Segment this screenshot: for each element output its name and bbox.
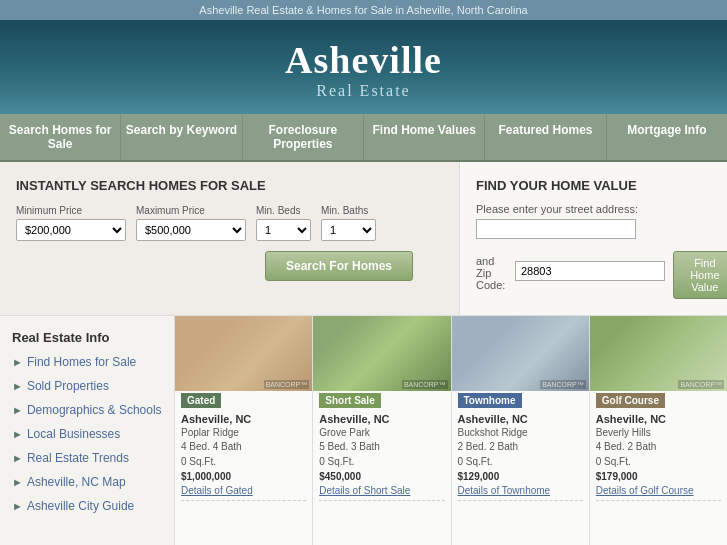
main-content: Instantly Search Homes For Sale Minimum … (0, 162, 727, 315)
listing-city-1: Asheville, NC (319, 413, 444, 425)
listing-desc-3: ~~Awesome And Beautiful Retro Gem Across (590, 539, 727, 545)
city-title: Asheville (0, 38, 727, 82)
zip-label: and Zip Code: (476, 255, 507, 291)
arrow-icon: ► (12, 356, 23, 368)
min-baths-label: Min. Baths (321, 205, 376, 216)
arrow-icon: ► (12, 476, 23, 488)
listing-details-0: 4 Bed. 4 Bath 0 Sq.Ft. (181, 439, 306, 469)
listing-badge-1: Short Sale (319, 393, 380, 408)
search-panel-title: Instantly Search Homes For Sale (16, 178, 443, 193)
top-banner: Asheville Real Estate & Homes for Sale i… (0, 0, 727, 20)
listing-info-2: Asheville, NC Buckshot Ridge 2 Bed. 2 Ba… (452, 408, 589, 539)
min-baths-select[interactable]: 1234 (321, 219, 376, 241)
sidebar-link-localbusinesses[interactable]: ►Local Businesses (12, 427, 162, 441)
listing-details-2: 2 Bed. 2 Bath 0 Sq.Ft. (458, 439, 583, 469)
listing-desc-2: Great End Unit Townhouse With (452, 539, 589, 545)
listing-card-2: BANCORP™ Townhome Asheville, NC Buckshot… (452, 316, 590, 545)
listing-image-2: BANCORP™ (452, 316, 589, 391)
address-label: Please enter your street address: (476, 203, 727, 215)
watermark-0: BANCORP™ (264, 380, 310, 389)
listing-card-3: BANCORP™ Golf Course Asheville, NC Bever… (590, 316, 727, 545)
min-beds-select[interactable]: 12345 (256, 219, 311, 241)
nav-item-mortgage-info[interactable]: Mortgage Info (607, 114, 727, 160)
find-value-button[interactable]: Find Home Value (673, 251, 727, 299)
listing-link-1[interactable]: Details of Short Sale (319, 485, 444, 501)
banner-text: Asheville Real Estate & Homes for Sale i… (199, 4, 527, 16)
sidebar-link-soldproperties[interactable]: ►Sold Properties (12, 379, 162, 393)
listing-link-3[interactable]: Details of Golf Course (596, 485, 721, 501)
min-beds-label: Min. Beds (256, 205, 311, 216)
listing-details-1: 5 Bed. 3 Bath 0 Sq.Ft. (319, 439, 444, 469)
listing-link-2[interactable]: Details of Townhome (458, 485, 583, 501)
listing-link-0[interactable]: Details of Gated (181, 485, 306, 501)
header: Asheville Real Estate (0, 20, 727, 114)
search-panel: Instantly Search Homes For Sale Minimum … (0, 162, 460, 315)
arrow-icon: ► (12, 380, 23, 392)
arrow-icon: ► (12, 404, 23, 416)
listing-details-3: 4 Bed. 2 Bath 0 Sq.Ft. (596, 439, 721, 469)
watermark-2: BANCORP™ (540, 380, 586, 389)
min-price-group: Minimum Price $200,000 $100,000 $300,000… (16, 205, 126, 241)
listing-neighborhood-2: Buckshot Ridge (458, 427, 583, 438)
site-subtitle: Real Estate (0, 82, 727, 100)
nav-item-foreclosure-properties[interactable]: Foreclosure Properties (243, 114, 364, 160)
listing-info-1: Asheville, NC Grove Park 5 Bed. 3 Bath 0… (313, 408, 450, 539)
main-nav: Search Homes for SaleSearch by KeywordFo… (0, 114, 727, 162)
listing-badge-2: Townhome (458, 393, 522, 408)
min-price-label: Minimum Price (16, 205, 126, 216)
listing-price-0: $1,000,000 (181, 471, 306, 482)
zip-input[interactable] (515, 261, 665, 281)
value-panel: Find Your Home Value Please enter your s… (460, 162, 727, 315)
listing-neighborhood-3: Beverly Hills (596, 427, 721, 438)
listing-badge-3: Golf Course (596, 393, 665, 408)
badge-row-0: Gated (175, 391, 312, 408)
max-price-label: Maximum Price (136, 205, 246, 216)
max-price-group: Maximum Price $500,000 $300,000 $600,000… (136, 205, 246, 241)
sidebar: Real Estate Info ►Find Homes for Sale►So… (0, 316, 175, 545)
listing-price-2: $129,000 (458, 471, 583, 482)
listing-image-1: BANCORP™ (313, 316, 450, 391)
arrow-icon: ► (12, 452, 23, 464)
zip-row: and Zip Code: Find Home Value (476, 251, 727, 299)
listing-info-0: Asheville, NC Poplar Ridge 4 Bed. 4 Bath… (175, 408, 312, 539)
listing-card-0: BANCORP™ Gated Asheville, NC Poplar Ridg… (175, 316, 313, 545)
search-homes-button[interactable]: Search For Homes (265, 251, 413, 281)
arrow-icon: ► (12, 428, 23, 440)
search-fields-row: Minimum Price $200,000 $100,000 $300,000… (16, 205, 443, 241)
listing-city-2: Asheville, NC (458, 413, 583, 425)
badge-row-2: Townhome (452, 391, 589, 408)
sidebar-link-findhomesforsale[interactable]: ►Find Homes for Sale (12, 355, 162, 369)
bottom-section: Real Estate Info ►Find Homes for Sale►So… (0, 315, 727, 545)
listing-desc-1: Grove Park 1918 Elegant Home With Raised (313, 539, 450, 545)
arrow-icon: ► (12, 500, 23, 512)
min-baths-group: Min. Baths 1234 (321, 205, 376, 241)
listing-info-3: Asheville, NC Beverly Hills 4 Bed. 2 Bat… (590, 408, 727, 539)
listing-card-1: BANCORP™ Short Sale Asheville, NC Grove … (313, 316, 451, 545)
min-beds-group: Min. Beds 12345 (256, 205, 311, 241)
nav-item-featured-homes[interactable]: Featured Homes (485, 114, 606, 160)
sidebar-link-ashevillecityguide[interactable]: ►Asheville City Guide (12, 499, 162, 513)
sidebar-link-realestatetrends[interactable]: ►Real Estate Trends (12, 451, 162, 465)
badge-row-1: Short Sale (313, 391, 450, 408)
listing-neighborhood-0: Poplar Ridge (181, 427, 306, 438)
nav-item-find-home-values[interactable]: Find Home Values (364, 114, 485, 160)
min-price-select[interactable]: $200,000 $100,000 $300,000 $400,000 (16, 219, 126, 241)
sidebar-link-demographicsschools[interactable]: ►Demographics & Schools (12, 403, 162, 417)
listing-neighborhood-1: Grove Park (319, 427, 444, 438)
listing-badge-0: Gated (181, 393, 221, 408)
listing-price-1: $450,000 (319, 471, 444, 482)
listing-image-0: BANCORP™ (175, 316, 312, 391)
sidebar-title: Real Estate Info (12, 330, 162, 345)
watermark-3: BANCORP™ (678, 380, 724, 389)
nav-item-search-homes-for-sale[interactable]: Search Homes for Sale (0, 114, 121, 160)
listing-desc-0: Casual Mountain Living, Mountain Views, (175, 539, 312, 545)
listing-image-3: BANCORP™ (590, 316, 727, 391)
nav-item-search-by-keyword[interactable]: Search by Keyword (121, 114, 242, 160)
max-price-select[interactable]: $500,000 $300,000 $600,000 $1,000,000 (136, 219, 246, 241)
listing-city-0: Asheville, NC (181, 413, 306, 425)
listing-price-3: $179,000 (596, 471, 721, 482)
badge-row-3: Golf Course (590, 391, 727, 408)
address-input[interactable] (476, 219, 636, 239)
sidebar-link-asheville,ncmap[interactable]: ►Asheville, NC Map (12, 475, 162, 489)
value-panel-title: Find Your Home Value (476, 178, 727, 193)
